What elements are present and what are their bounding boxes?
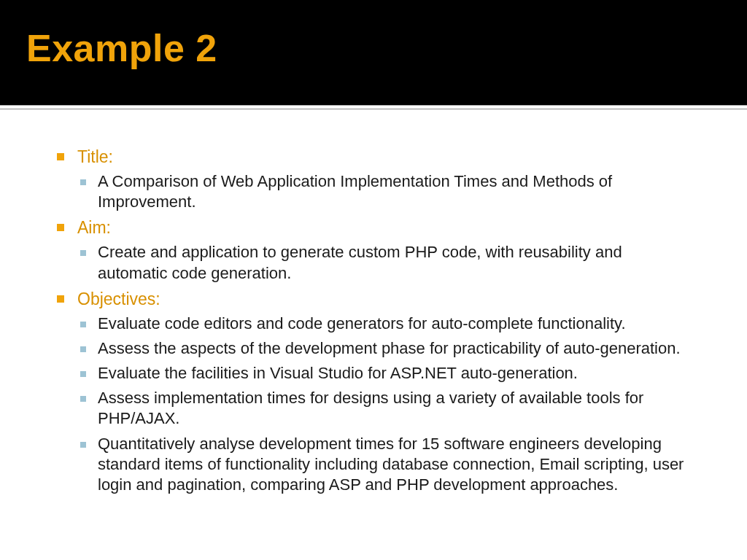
item-text: Evaluate code editors and code generator…: [98, 314, 626, 332]
section-label: Aim:: [77, 218, 111, 237]
list-item: Assess the aspects of the development ph…: [80, 338, 696, 359]
section-items: A Comparison of Web Application Implemen…: [80, 171, 696, 212]
item-text: Evaluate the facilities in Visual Studio…: [98, 364, 578, 382]
slide-title: Example 2: [26, 26, 747, 70]
list-item: Quantitatively analyse development times…: [80, 434, 696, 495]
section-aim: Aim: Create and application to generate …: [57, 217, 696, 283]
content-list: Title: A Comparison of Web Application I…: [57, 146, 696, 495]
section-label: Title:: [77, 147, 113, 166]
section-items: Evaluate code editors and code generator…: [80, 314, 696, 495]
item-text: Quantitatively analyse development times…: [98, 435, 684, 494]
slide: Example 2 Title: A Comparison of Web App…: [0, 0, 747, 560]
slide-header: Example 2: [0, 0, 747, 105]
list-item: Evaluate code editors and code generator…: [80, 314, 696, 334]
item-text: Assess the aspects of the development ph…: [98, 339, 681, 357]
section-items: Create and application to generate custo…: [80, 242, 696, 283]
item-text: A Comparison of Web Application Implemen…: [98, 172, 612, 211]
item-text: Assess implementation times for designs …: [98, 389, 643, 427]
list-item: Evaluate the facilities in Visual Studio…: [80, 363, 696, 384]
list-item: A Comparison of Web Application Implemen…: [80, 171, 696, 212]
section-objectives: Objectives: Evaluate code editors and co…: [57, 288, 696, 495]
slide-body: Title: A Comparison of Web Application I…: [0, 109, 747, 495]
list-item: Assess implementation times for designs …: [80, 388, 696, 429]
section-title: Title: A Comparison of Web Application I…: [57, 146, 696, 212]
item-text: Create and application to generate custo…: [98, 243, 622, 281]
section-label: Objectives:: [77, 289, 160, 308]
list-item: Create and application to generate custo…: [80, 242, 696, 283]
